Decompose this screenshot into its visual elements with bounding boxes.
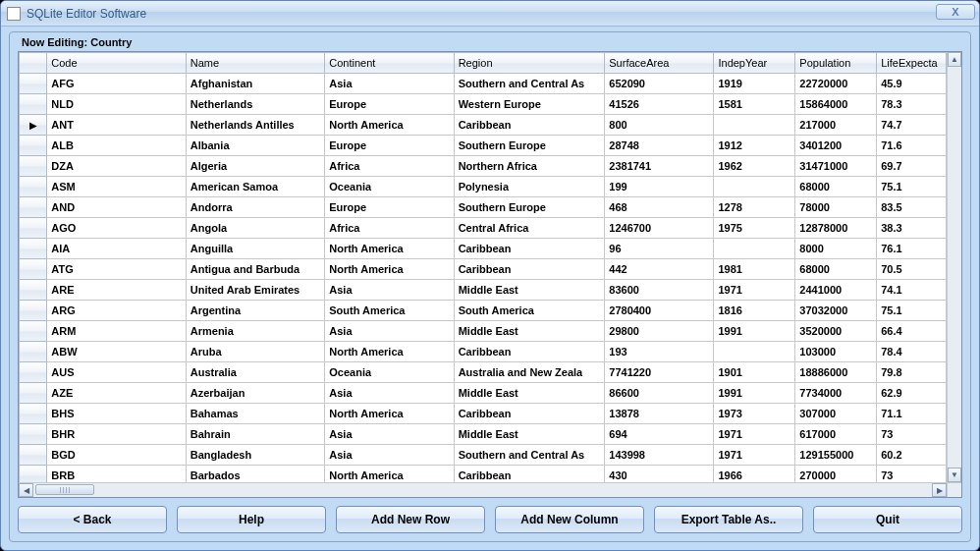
cell[interactable]: Europe [325, 136, 454, 156]
table-row[interactable]: ▶ANTNetherlands AntillesNorth AmericaCar… [20, 115, 947, 136]
cell[interactable]: North America [325, 239, 454, 259]
cell[interactable]: 83.5 [877, 197, 947, 218]
column-header[interactable]: IndepYear [714, 53, 795, 74]
cell[interactable] [714, 177, 795, 197]
cell[interactable]: 75.1 [877, 301, 947, 321]
cell[interactable]: AUS [47, 362, 186, 383]
cell[interactable]: 13878 [605, 404, 714, 424]
cell[interactable]: 617000 [795, 424, 877, 445]
cell[interactable]: North America [325, 404, 454, 424]
cell[interactable]: AZE [47, 383, 186, 404]
cell[interactable]: Asia [325, 280, 454, 301]
row-header[interactable] [20, 362, 47, 383]
cell[interactable]: ARE [47, 280, 186, 301]
row-header[interactable] [20, 177, 47, 197]
cell[interactable]: ARG [47, 301, 186, 321]
cell[interactable]: Central Africa [454, 218, 605, 239]
table-row[interactable]: AIAAnguillaNorth AmericaCaribbean9680007… [20, 239, 947, 259]
cell[interactable]: AND [47, 197, 186, 218]
cell[interactable]: 76.1 [877, 239, 947, 259]
cell[interactable]: Armenia [186, 321, 324, 342]
cell[interactable]: ARM [47, 321, 186, 342]
title-bar[interactable]: SQLite Editor Software X [1, 1, 979, 27]
cell[interactable]: Middle East [454, 424, 605, 445]
cell[interactable]: Caribbean [454, 239, 605, 259]
cell[interactable]: Angola [186, 218, 324, 239]
cell[interactable]: BRB [47, 466, 186, 483]
row-header[interactable] [20, 259, 47, 280]
cell[interactable]: 1971 [714, 424, 795, 445]
table-row[interactable]: ALBAlbaniaEuropeSouthern Europe287481912… [20, 136, 947, 156]
cell[interactable]: 68000 [795, 259, 877, 280]
cell[interactable]: 143998 [605, 445, 714, 466]
cell[interactable]: BGD [47, 445, 186, 466]
cell[interactable]: 78.4 [877, 342, 947, 362]
table-row[interactable]: BHSBahamasNorth AmericaCaribbean13878197… [20, 404, 947, 424]
cell[interactable]: AFG [47, 74, 186, 94]
table-row[interactable]: ANDAndorraEuropeSouthern Europe468127878… [20, 197, 947, 218]
cell[interactable]: 78.3 [877, 94, 947, 115]
cell[interactable]: 468 [605, 197, 714, 218]
column-header[interactable]: Continent [325, 53, 454, 74]
cell[interactable]: 270000 [795, 466, 877, 483]
row-selector-header[interactable] [20, 53, 47, 74]
cell[interactable]: 71.6 [877, 136, 947, 156]
cell[interactable]: Southern Europe [454, 136, 605, 156]
cell[interactable]: 3401200 [795, 136, 877, 156]
cell[interactable]: Caribbean [454, 404, 605, 424]
row-header[interactable] [20, 321, 47, 342]
cell[interactable]: North America [325, 259, 454, 280]
cell[interactable]: 29800 [605, 321, 714, 342]
cell[interactable]: Caribbean [454, 342, 605, 362]
cell[interactable]: North America [325, 466, 454, 483]
scrollbar-thumb[interactable] [35, 484, 94, 495]
cell[interactable]: Southern Europe [454, 197, 605, 218]
cell[interactable]: Europe [325, 197, 454, 218]
cell[interactable]: ATG [47, 259, 186, 280]
cell[interactable]: 1973 [714, 404, 795, 424]
cell[interactable]: 41526 [605, 94, 714, 115]
cell[interactable]: Africa [325, 156, 454, 177]
cell[interactable]: 1246700 [605, 218, 714, 239]
row-header[interactable] [20, 342, 47, 362]
cell[interactable]: 1962 [714, 156, 795, 177]
row-header[interactable] [20, 74, 47, 94]
vertical-scrollbar[interactable]: ▲ ▼ [947, 52, 961, 482]
table-row[interactable]: AREUnited Arab EmiratesAsiaMiddle East83… [20, 280, 947, 301]
cell[interactable]: Antigua and Barbuda [186, 259, 324, 280]
cell[interactable]: 79.8 [877, 362, 947, 383]
cell[interactable]: Oceania [325, 362, 454, 383]
cell[interactable]: 307000 [795, 404, 877, 424]
cell[interactable]: ALB [47, 136, 186, 156]
table-row[interactable]: NLDNetherlandsEuropeWestern Europe415261… [20, 94, 947, 115]
close-button[interactable]: X [936, 4, 975, 20]
column-header[interactable]: Region [454, 53, 605, 74]
cell[interactable]: Southern and Central As [454, 445, 605, 466]
table-row[interactable]: AFGAfghanistanAsiaSouthern and Central A… [20, 74, 947, 94]
cell[interactable]: 60.2 [877, 445, 947, 466]
cell[interactable]: 73 [877, 424, 947, 445]
cell[interactable]: 28748 [605, 136, 714, 156]
cell[interactable]: Western Europe [454, 94, 605, 115]
column-header[interactable]: Population [795, 53, 877, 74]
column-header[interactable]: Name [186, 53, 324, 74]
cell[interactable]: 74.1 [877, 280, 947, 301]
cell[interactable]: Bangladesh [186, 445, 324, 466]
cell[interactable]: Oceania [325, 177, 454, 197]
cell[interactable]: 1901 [714, 362, 795, 383]
cell[interactable]: 22720000 [795, 74, 877, 94]
cell[interactable]: 1971 [714, 445, 795, 466]
cell[interactable]: Middle East [454, 383, 605, 404]
cell[interactable]: Caribbean [454, 115, 605, 136]
cell[interactable]: 12878000 [795, 218, 877, 239]
row-header[interactable] [20, 424, 47, 445]
cell[interactable]: 430 [605, 466, 714, 483]
cell[interactable]: 71.1 [877, 404, 947, 424]
cell[interactable]: NLD [47, 94, 186, 115]
cell[interactable]: BHS [47, 404, 186, 424]
back-button[interactable]: < Back [18, 506, 167, 533]
cell[interactable]: Bahrain [186, 424, 324, 445]
horizontal-scrollbar[interactable]: ◀ ▶ [19, 482, 947, 497]
cell[interactable]: 68000 [795, 177, 877, 197]
add-column-button[interactable]: Add New Column [495, 506, 644, 533]
